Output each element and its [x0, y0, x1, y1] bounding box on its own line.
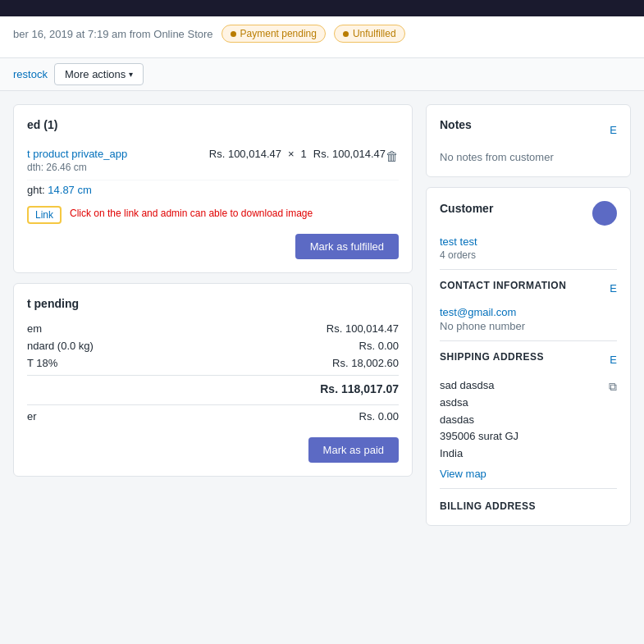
more-actions-label: More actions [65, 68, 126, 80]
standard-value: Rs. 0.00 [359, 340, 399, 352]
tax-value: Rs. 18,002.60 [332, 357, 399, 369]
address-line3: dasdas [440, 412, 617, 429]
mark-fulfilled-button[interactable]: Mark as fulfilled [295, 234, 399, 259]
payment-section-title: t pending [27, 297, 399, 310]
fulfilled-card: ed (1) t product private_app dth: 26.46 … [13, 104, 413, 273]
customer-header: Customer [440, 201, 617, 226]
notes-card: Notes E No notes from customer [426, 104, 631, 177]
header-meta: ber 16, 2019 at 7:19 am from Online Stor… [13, 25, 631, 43]
contact-section: CONTACT INFORMATION E test@gmail.com No … [440, 280, 617, 332]
height-label: ght: [27, 184, 45, 196]
payment-pending-badge: Payment pending [222, 25, 326, 43]
refund-label: er [27, 410, 37, 422]
divider-3 [440, 488, 617, 489]
annotation-text: Click on the link and admin can able to … [70, 206, 313, 221]
address-line2: asdsa [440, 395, 617, 412]
copy-icon[interactable]: ⧉ [609, 377, 617, 395]
chevron-down-icon: ▾ [129, 70, 133, 79]
divider-2 [440, 340, 617, 341]
product-height-row: ght: 14.87 cm [27, 180, 399, 199]
unfulfilled-badge-label: Unfulfilled [353, 28, 396, 39]
order-meta-text: ber 16, 2019 at 7:19 am from Online Stor… [13, 28, 213, 40]
product-width: dth: 26.46 cm [27, 162, 209, 173]
product-info: t product private_app dth: 26.46 cm [27, 148, 209, 173]
refund-value: Rs. 0.00 [359, 410, 399, 422]
billing-section-label: BILLING ADDRESS [440, 500, 536, 512]
link-badge[interactable]: Link [27, 206, 62, 224]
link-annotation: Link Click on the link and admin can abl… [27, 206, 399, 224]
notes-title: Notes [440, 118, 472, 131]
left-column: ed (1) t product private_app dth: 26.46 … [13, 104, 413, 477]
payment-badge-label: Payment pending [240, 28, 317, 39]
height-value: 14.87 cm [48, 184, 91, 196]
shipping-header: SHIPPING ADDRESS E [440, 351, 617, 368]
contact-header: CONTACT INFORMATION E [440, 280, 617, 296]
item-label: em [27, 322, 42, 335]
shipping-address: ⧉ sad dasdsa asdsa dasdas 395006 surat G… [440, 377, 617, 463]
address-line5: India [440, 445, 617, 463]
item-row: em Rs. 100,014.47 [27, 320, 399, 337]
contact-phone: No phone number [440, 320, 617, 332]
action-bar: restock More actions ▾ [0, 58, 644, 91]
mark-paid-row: Mark as paid [27, 437, 399, 463]
shipping-edit-link[interactable]: E [610, 354, 617, 366]
customer-card: Customer test test 4 orders CONTACT INFO… [426, 187, 631, 526]
divider-1 [440, 269, 617, 270]
customer-orders: 4 orders [440, 249, 617, 261]
unfulfilled-badge: Unfulfilled [334, 25, 405, 43]
customer-title: Customer [440, 202, 493, 215]
notes-edit-link[interactable]: E [610, 124, 617, 136]
payment-card: t pending em Rs. 100,014.47 ndard (0.0 k… [13, 283, 413, 477]
product-actions: 🗑 [386, 148, 399, 164]
more-actions-button[interactable]: More actions ▾ [54, 63, 144, 85]
no-notes-text: No notes from customer [440, 151, 617, 163]
total-row: Rs. 118,017.07 [27, 375, 399, 398]
shipping-section: SHIPPING ADDRESS E ⧉ sad dasdsa asdsa da… [440, 351, 617, 480]
contact-section-label: CONTACT INFORMATION [440, 280, 566, 291]
product-row: t product private_app dth: 26.46 cm Rs. … [27, 141, 399, 180]
notes-header: Notes E [440, 118, 617, 141]
billing-section: BILLING ADDRESS [440, 499, 617, 512]
restock-text: restock [13, 68, 48, 80]
header-area: ber 16, 2019 at 7:19 am from Online Stor… [0, 16, 644, 58]
fulfill-btn-row: Mark as fulfilled [27, 234, 399, 259]
mark-paid-button[interactable]: Mark as paid [308, 437, 399, 463]
customer-name-link[interactable]: test test [440, 235, 617, 248]
payment-dot [231, 31, 236, 37]
qty-separator: × [288, 148, 295, 160]
standard-row: ndard (0.0 kg) Rs. 0.00 [27, 337, 399, 354]
unfulfilled-dot [343, 31, 349, 37]
top-bar [0, 0, 644, 16]
width-value: 26.46 cm [46, 162, 86, 173]
product-price: Rs. 100,014.47 [209, 148, 281, 160]
view-map-link[interactable]: View map [440, 468, 617, 480]
product-qty: 1 [301, 148, 307, 160]
product-total: Rs. 100,014.47 [313, 148, 386, 160]
standard-label: ndard (0.0 kg) [27, 340, 94, 352]
address-line4: 395006 surat GJ [440, 428, 617, 445]
tax-row: T 18% Rs. 18,002.60 [27, 354, 399, 372]
contact-edit-link[interactable]: E [610, 282, 617, 295]
width-label: dth: [27, 162, 43, 173]
product-price-area: Rs. 100,014.47 × 1 Rs. 100,014.47 [209, 148, 386, 160]
fulfilled-card-title: ed (1) [27, 118, 399, 131]
product-name[interactable]: t product private_app [27, 148, 209, 160]
avatar [592, 201, 617, 226]
tax-label: T 18% [27, 357, 57, 369]
refund-row: er Rs. 0.00 [27, 404, 399, 427]
shipping-section-label: SHIPPING ADDRESS [440, 351, 544, 363]
total-value: Rs. 118,017.07 [320, 382, 399, 395]
address-line1: sad dasdsa [440, 377, 617, 395]
item-value: Rs. 100,014.47 [327, 322, 399, 335]
right-column: Notes E No notes from customer Customer … [426, 104, 631, 526]
main-layout: ed (1) t product private_app dth: 26.46 … [0, 91, 644, 539]
delete-icon[interactable]: 🗑 [386, 149, 399, 164]
contact-email[interactable]: test@gmail.com [440, 306, 617, 318]
